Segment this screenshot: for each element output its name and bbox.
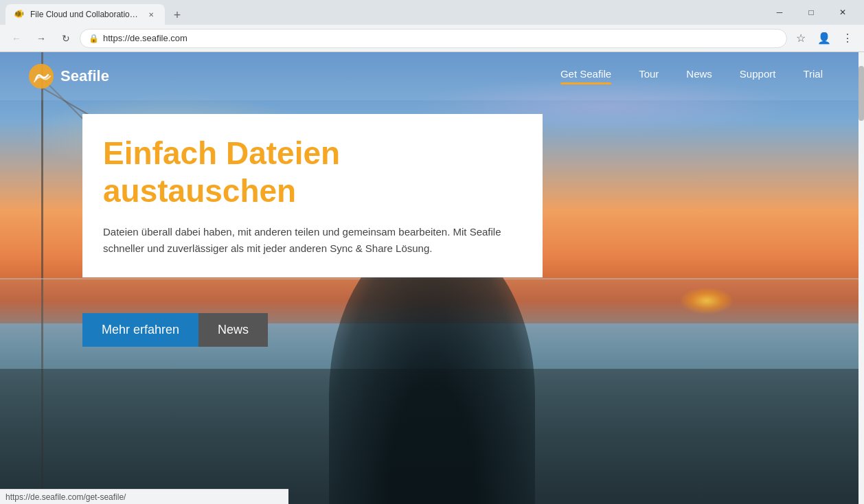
logo-icon [27,62,55,90]
hero-content: Einfach Dateien austauschen Dateien über… [82,114,864,277]
menu-button[interactable]: ⋮ [837,27,859,49]
status-bar: https://de.seafile.com/get-seafile/ [0,489,288,504]
window-controls: ─ □ ✕ [764,0,859,25]
tab-favicon: 🐠 [14,9,25,20]
account-button[interactable]: 👤 [813,27,835,49]
close-button[interactable]: ✕ [827,0,859,25]
nav-link-trial[interactable]: Trial [789,62,837,90]
toolbar-right: ☆ 👤 ⋮ [790,27,859,49]
status-url: https://de.seafile.com/get-seafile/ [5,492,126,502]
bookmark-button[interactable]: ☆ [790,27,812,49]
cta-buttons: Mehr erfahren News [82,313,268,347]
scrollbar[interactable] [859,52,864,504]
nav-links: Get Seafile Tour News Support Trial [547,62,837,90]
chrome-window: 🐠 File Cloud und Collaboration Pla... ✕ … [0,0,864,504]
navigation: Seafile Get Seafile Tour News Support Tr… [0,52,864,100]
address-bar: ← → ↻ 🔒 https://de.seafile.com ☆ 👤 ⋮ [0,25,864,52]
maximize-button[interactable]: □ [795,0,827,25]
reload-button[interactable]: ↻ [55,27,77,49]
nav-link-tour[interactable]: Tour [625,62,672,90]
nav-link-support[interactable]: Support [726,62,790,90]
scrollbar-thumb[interactable] [859,66,864,121]
title-bar: 🐠 File Cloud und Collaboration Pla... ✕ … [0,0,864,25]
nav-link-get-seafile[interactable]: Get Seafile [547,62,625,90]
forward-button[interactable]: → [30,27,52,49]
back-button[interactable]: ← [5,27,27,49]
url-bar[interactable]: 🔒 https://de.seafile.com [80,29,787,48]
minimize-button[interactable]: ─ [764,0,795,25]
new-tab-button[interactable]: + [168,5,187,25]
tab-bar: 🐠 File Cloud und Collaboration Pla... ✕ … [5,0,764,25]
tab-close-button[interactable]: ✕ [146,9,157,20]
logo[interactable]: Seafile [27,62,109,90]
news-button[interactable]: News [198,313,268,347]
nav-link-news[interactable]: News [672,62,726,90]
hero-box: Einfach Dateien austauschen Dateien über… [82,114,543,277]
active-tab[interactable]: 🐠 File Cloud und Collaboration Pla... ✕ [5,4,165,25]
hero-title: Einfach Dateien austauschen [103,135,515,210]
logo-text: Seafile [60,67,109,85]
tab-title: File Cloud und Collaboration Pla... [30,10,140,19]
website-content: Seafile Get Seafile Tour News Support Tr… [0,52,864,504]
lock-icon: 🔒 [89,34,99,43]
url-text: https://de.seafile.com [103,33,778,43]
hero-description: Dateien überall dabei haben, mit anderen… [103,224,501,257]
mehr-erfahren-button[interactable]: Mehr erfahren [82,313,198,347]
